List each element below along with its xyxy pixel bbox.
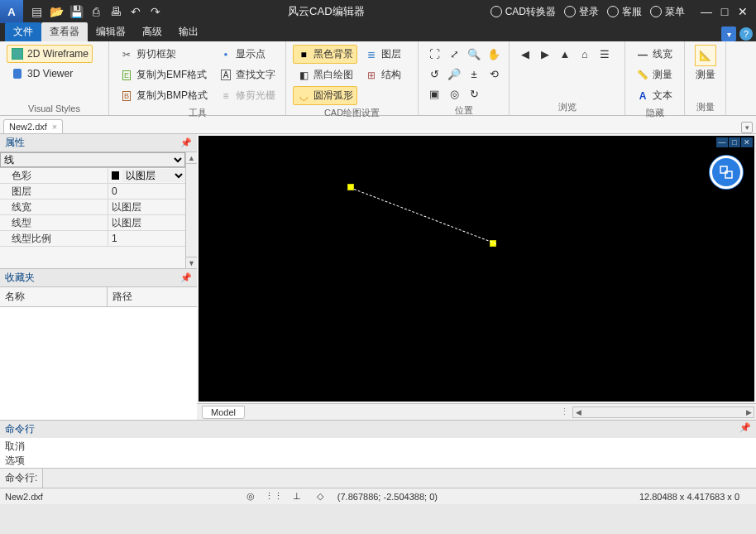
copy-emf-button[interactable]: 复制为EMF格式: [116, 65, 212, 84]
property-row[interactable]: 线型以图层: [0, 215, 185, 231]
help-icon[interactable]: ?: [739, 27, 753, 41]
tabs-dropdown-icon[interactable]: ▾: [741, 122, 753, 133]
zoom-out-icon[interactable]: 🔎: [445, 65, 463, 83]
property-value[interactable]: 以图层: [108, 215, 185, 230]
browse-next-icon[interactable]: ▶: [536, 45, 554, 63]
findtext-button[interactable]: 查找文字: [215, 65, 280, 84]
tab-advanced[interactable]: 高级: [134, 22, 170, 41]
cad-converter-button[interactable]: CAD转换器: [490, 5, 556, 19]
tab-viewer[interactable]: 查看器: [41, 22, 88, 41]
float-action-button[interactable]: [710, 156, 743, 189]
close-tab-icon[interactable]: ×: [52, 122, 57, 132]
refresh-icon[interactable]: ↻: [465, 84, 483, 103]
print-icon[interactable]: 🖶: [108, 3, 124, 20]
copy-bmp-button[interactable]: 复制为BMP格式: [116, 86, 212, 105]
properties-header: 属性 📌: [0, 134, 197, 152]
property-row[interactable]: 图层0: [0, 184, 185, 200]
properties-scrollbar[interactable]: ▲ ▼: [185, 152, 197, 268]
favorites-body: [0, 307, 197, 420]
redo-icon[interactable]: ↷: [147, 3, 164, 20]
property-value[interactable]: 1: [108, 231, 185, 246]
save-icon[interactable]: 💾: [68, 3, 84, 20]
layer-button[interactable]: 图层: [361, 45, 405, 64]
command-title: 命令行: [5, 422, 35, 436]
canvas-close-icon[interactable]: ✕: [741, 137, 753, 147]
login-label: 登录: [579, 5, 599, 19]
bwdraw-button[interactable]: 黑白绘图: [293, 65, 357, 84]
canvas-min-icon[interactable]: —: [716, 137, 728, 147]
model-tab[interactable]: Model: [202, 406, 245, 419]
minimize-button[interactable]: —: [700, 5, 713, 18]
cmd-pin-icon[interactable]: 📌: [739, 422, 751, 436]
property-value[interactable]: 以图层: [108, 200, 185, 214]
wireframe-button[interactable]: 2D Wireframe: [7, 45, 93, 63]
measure-big-button[interactable]: 📐 测量: [691, 45, 719, 99]
browse-home-icon[interactable]: ⌂: [576, 45, 594, 63]
cube-icon: [11, 47, 24, 60]
viewer3d-button[interactable]: 3D Viewer: [7, 65, 93, 83]
measure-button[interactable]: 测量: [632, 65, 677, 84]
tab-output[interactable]: 输出: [170, 22, 207, 41]
svg-rect-0: [720, 166, 727, 173]
property-value[interactable]: 0: [108, 184, 185, 199]
property-value[interactable]: 以图层: [108, 168, 185, 183]
zoom-extents-icon[interactable]: ⤢: [445, 45, 463, 63]
saveall-icon[interactable]: ⎙: [88, 3, 104, 20]
crop-button[interactable]: 剪切框架: [116, 45, 212, 64]
drawing-canvas[interactable]: — □ ✕: [199, 136, 754, 402]
zoom-window-icon[interactable]: ⛶: [425, 45, 443, 63]
showpoint-button[interactable]: 显示点: [215, 45, 280, 64]
blackbg-icon: [297, 48, 310, 61]
zoom-prev-icon[interactable]: ↺: [425, 65, 443, 83]
browse-prev-icon[interactable]: ◀: [516, 45, 534, 63]
smootharc-button[interactable]: 圆滑弧形: [293, 86, 357, 105]
viewer3d-label: 3D Viewer: [27, 68, 73, 79]
struct-label: 结构: [381, 68, 401, 82]
scroll-down-icon[interactable]: ▼: [186, 257, 197, 268]
ortho-icon[interactable]: ⊥: [291, 491, 303, 503]
menu-button[interactable]: 菜单: [650, 5, 685, 19]
property-row[interactable]: 线宽以图层: [0, 200, 185, 215]
browse-up-icon[interactable]: ▲: [556, 45, 574, 63]
fav-pin-icon[interactable]: 📌: [180, 272, 192, 283]
blackbg-button[interactable]: 黑色背景: [293, 45, 357, 64]
orbit-icon[interactable]: ◎: [445, 84, 463, 103]
grid-icon[interactable]: ⋮⋮: [268, 491, 280, 503]
canvas-max-icon[interactable]: □: [729, 137, 740, 147]
property-row[interactable]: 线型比例1: [0, 231, 185, 247]
close-button[interactable]: ✕: [736, 5, 749, 18]
style-dropdown-icon[interactable]: ▾: [721, 26, 736, 41]
tab-editor[interactable]: 编辑器: [88, 22, 134, 41]
scroll-up-icon[interactable]: ▲: [186, 152, 197, 164]
command-input[interactable]: [43, 469, 756, 488]
struct-button[interactable]: 结构: [361, 65, 405, 84]
service-button[interactable]: 客服: [607, 5, 642, 19]
document-tab[interactable]: New2.dxf ×: [3, 119, 63, 133]
object-type-select[interactable]: 线: [0, 152, 185, 167]
hscroll-right-icon[interactable]: ▶: [744, 408, 754, 416]
snap-icon[interactable]: ◎: [245, 491, 256, 503]
login-button[interactable]: 登录: [564, 5, 599, 19]
horizontal-scrollbar[interactable]: ◀ ▶: [572, 407, 754, 418]
property-select[interactable]: 以图层: [122, 169, 185, 182]
tab-file[interactable]: 文件: [5, 22, 41, 41]
undo-icon[interactable]: ↶: [127, 3, 144, 20]
layer-label: 图层: [381, 47, 401, 61]
blackbg-label: 黑色背景: [313, 47, 353, 61]
osnap-icon[interactable]: ◇: [314, 491, 326, 503]
open-icon[interactable]: 📂: [48, 3, 65, 20]
hscroll-left-icon[interactable]: ◀: [573, 408, 583, 416]
pan-icon[interactable]: ✋: [485, 45, 503, 63]
text-button[interactable]: 文本: [632, 86, 677, 105]
rotate3d-icon[interactable]: ⟲: [485, 65, 503, 83]
new-icon[interactable]: ▤: [28, 3, 45, 20]
view-top-icon[interactable]: ▣: [425, 84, 443, 103]
maximize-button[interactable]: □: [718, 5, 731, 18]
pin-icon[interactable]: 📌: [180, 137, 192, 148]
browse-list-icon[interactable]: ☰: [596, 45, 614, 63]
zoom-realtime-icon[interactable]: ±: [465, 65, 483, 83]
property-row[interactable]: 色彩以图层: [0, 168, 185, 184]
zoom-in-icon[interactable]: 🔍: [465, 45, 483, 63]
selected-line[interactable]: [354, 189, 496, 244]
lineweight-button[interactable]: 线宽: [632, 45, 677, 64]
